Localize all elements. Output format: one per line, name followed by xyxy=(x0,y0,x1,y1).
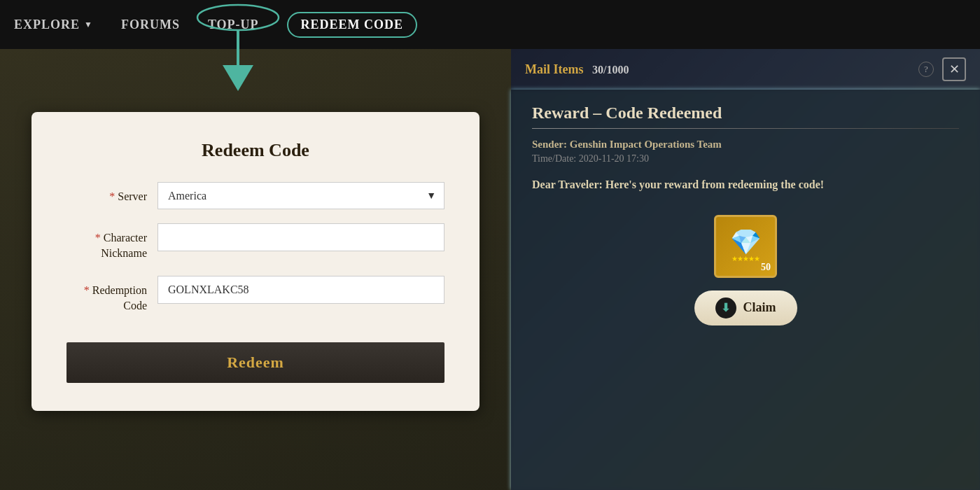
server-required-star: * xyxy=(109,190,115,202)
character-nickname-input[interactable] xyxy=(158,223,444,251)
left-panel: Redeem Code * Server America Europe Asia… xyxy=(0,49,511,490)
claim-download-icon: ⬇ xyxy=(715,298,736,318)
nav-item-forums[interactable]: FORUMS xyxy=(121,18,180,32)
redemption-label-text: RedemptionCode xyxy=(92,284,147,312)
reward-gem-icon: 💎 xyxy=(730,230,762,255)
mail-panel: Reward – Code Redeemed Sender: Genshin I… xyxy=(511,90,980,490)
reward-stars: ★★★★★ xyxy=(732,255,760,262)
main-content: Redeem Code * Server America Europe Asia… xyxy=(0,49,980,490)
server-label-text: Server xyxy=(118,190,147,202)
nav-item-explore[interactable]: EXPLORE ▼ xyxy=(14,18,93,32)
top-navigation: EXPLORE ▼ FORUMS TOP-UP REDEEM CODE xyxy=(0,0,980,49)
claim-icon-symbol: ⬇ xyxy=(721,301,730,314)
mail-body: Dear Traveler: Here's your reward from r… xyxy=(532,176,959,194)
redemption-code-row: * RedemptionCode xyxy=(66,276,444,314)
redeem-card: Redeem Code * Server America Europe Asia… xyxy=(31,112,479,411)
forums-label: FORUMS xyxy=(121,18,180,32)
character-nickname-row: * CharacterNickname xyxy=(66,223,444,262)
time-value-text: 2020-11-20 17:30 xyxy=(579,153,649,164)
time-label-text: Time/Date: xyxy=(532,153,576,164)
mail-title: Mail Items 30/1000 xyxy=(525,62,629,77)
reward-item: 💎 ★★★★★ 50 xyxy=(714,215,777,278)
redemption-required-star: * xyxy=(84,284,90,296)
reward-area: 💎 ★★★★★ 50 ⬇ Claim xyxy=(532,215,959,326)
mail-bar-right: ? ✕ xyxy=(918,57,966,81)
mail-close-button[interactable]: ✕ xyxy=(942,57,966,81)
redeemcode-label: REDEEM CODE xyxy=(301,18,404,32)
mail-bar: Mail Items 30/1000 ? ✕ xyxy=(511,49,980,90)
sender-name-text: Genshin Impact Operations Team xyxy=(570,139,722,150)
redeem-button[interactable]: Redeem xyxy=(66,342,444,383)
nav-item-topup[interactable]: TOP-UP xyxy=(208,18,259,32)
character-input-wrap xyxy=(158,223,444,251)
redeem-form-title: Redeem Code xyxy=(66,140,444,161)
character-required-star: * xyxy=(95,232,101,244)
topup-label: TOP-UP xyxy=(208,18,259,32)
claim-button-label: Claim xyxy=(743,300,776,315)
claim-button[interactable]: ⬇ Claim xyxy=(694,290,797,326)
mail-time: Time/Date: 2020-11-20 17:30 xyxy=(532,153,959,164)
server-select-wrapper: America Europe Asia TW, HK, MO xyxy=(158,182,444,209)
mail-sender: Sender: Genshin Impact Operations Team xyxy=(532,139,959,150)
redemption-label: * RedemptionCode xyxy=(66,276,158,314)
mail-count: 30/1000 xyxy=(592,64,629,76)
mail-divider xyxy=(532,128,959,129)
explore-chevron-icon: ▼ xyxy=(84,20,93,30)
mail-help-icon[interactable]: ? xyxy=(918,62,934,77)
mail-panel-title: Reward – Code Redeemed xyxy=(532,104,959,122)
mail-background: Reward – Code Redeemed Sender: Genshin I… xyxy=(511,90,980,490)
character-label: * CharacterNickname xyxy=(66,223,158,262)
server-label: * Server xyxy=(66,182,158,204)
redemption-code-input[interactable] xyxy=(158,276,444,304)
explore-label: EXPLORE xyxy=(14,18,80,32)
redemption-input-wrap xyxy=(158,276,444,304)
server-row: * Server America Europe Asia TW, HK, MO xyxy=(66,182,444,209)
server-select[interactable]: America Europe Asia TW, HK, MO xyxy=(158,182,444,209)
sender-label-text: Sender: xyxy=(532,139,567,150)
right-panel: Mail Items 30/1000 ? ✕ Reward – Code Red… xyxy=(511,49,980,490)
mail-title-text: Mail Items xyxy=(525,62,583,76)
reward-count: 50 xyxy=(761,262,771,273)
character-label-text: CharacterNickname xyxy=(101,232,147,259)
nav-item-redeemcode[interactable]: REDEEM CODE xyxy=(287,12,418,38)
